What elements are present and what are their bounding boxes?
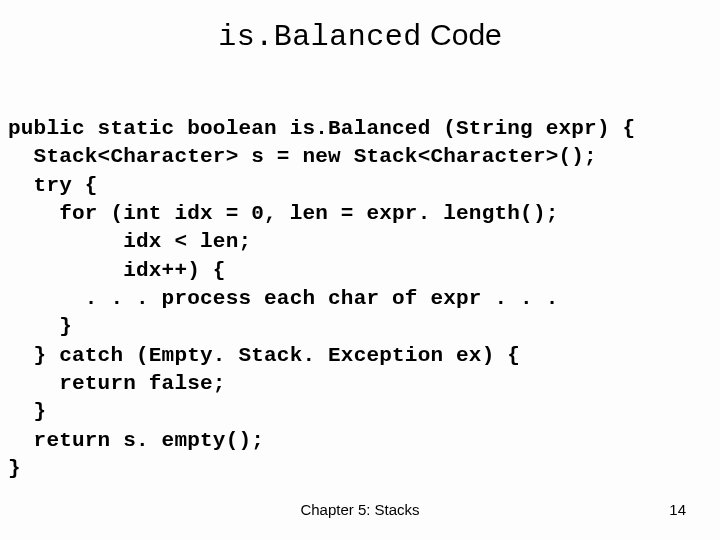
- page-number: 14: [669, 501, 686, 518]
- slide-title: is.Balanced Code: [0, 18, 720, 54]
- title-code-part: is.Balanced: [218, 20, 422, 54]
- footer-chapter: Chapter 5: Stacks: [0, 501, 720, 518]
- slide: is.Balanced Code public static boolean i…: [0, 0, 720, 540]
- title-text-part: Code: [422, 18, 502, 51]
- code-block: public static boolean is.Balanced (Strin…: [8, 115, 712, 483]
